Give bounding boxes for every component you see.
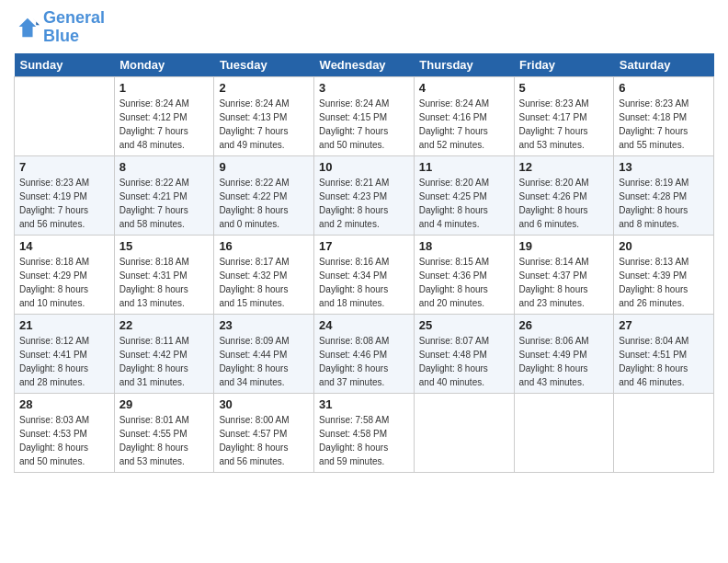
weekday-header-thursday: Thursday: [414, 53, 514, 77]
day-info: Sunrise: 8:17 AM Sunset: 4:32 PM Dayligh…: [219, 255, 309, 310]
calendar-cell: 3Sunrise: 8:24 AM Sunset: 4:15 PM Daylig…: [314, 76, 415, 155]
calendar-cell: 20Sunrise: 8:13 AM Sunset: 4:39 PM Dayli…: [614, 235, 714, 314]
calendar-cell: 21Sunrise: 8:12 AM Sunset: 4:41 PM Dayli…: [15, 314, 115, 393]
calendar-cell: [514, 393, 614, 472]
calendar-cell: 24Sunrise: 8:08 AM Sunset: 4:46 PM Dayli…: [314, 314, 415, 393]
day-number: 25: [419, 318, 509, 332]
weekday-header-friday: Friday: [514, 53, 614, 77]
day-info: Sunrise: 8:22 AM Sunset: 4:21 PM Dayligh…: [119, 176, 210, 231]
day-number: 10: [319, 160, 409, 174]
day-number: 20: [619, 239, 709, 253]
calendar-cell: 12Sunrise: 8:20 AM Sunset: 4:26 PM Dayli…: [514, 155, 614, 235]
weekday-header-tuesday: Tuesday: [214, 53, 314, 77]
logo-text: General Blue: [43, 9, 105, 46]
day-info: Sunrise: 8:14 AM Sunset: 4:37 PM Dayligh…: [519, 255, 609, 310]
calendar-cell: 14Sunrise: 8:18 AM Sunset: 4:29 PM Dayli…: [15, 235, 115, 314]
calendar-week-row: 7Sunrise: 8:23 AM Sunset: 4:19 PM Daylig…: [15, 155, 714, 235]
weekday-header-row: SundayMondayTuesdayWednesdayThursdayFrid…: [15, 53, 714, 77]
day-info: Sunrise: 8:09 AM Sunset: 4:44 PM Dayligh…: [219, 334, 309, 389]
weekday-header-wednesday: Wednesday: [314, 53, 415, 77]
day-info: Sunrise: 8:03 AM Sunset: 4:53 PM Dayligh…: [19, 413, 109, 468]
calendar-cell: 9Sunrise: 8:22 AM Sunset: 4:22 PM Daylig…: [214, 155, 314, 235]
day-number: 7: [19, 160, 109, 174]
day-info: Sunrise: 8:20 AM Sunset: 4:26 PM Dayligh…: [519, 176, 609, 231]
day-info: Sunrise: 8:23 AM Sunset: 4:18 PM Dayligh…: [619, 97, 709, 152]
calendar-week-row: 28Sunrise: 8:03 AM Sunset: 4:53 PM Dayli…: [15, 393, 714, 472]
day-info: Sunrise: 8:18 AM Sunset: 4:29 PM Dayligh…: [19, 255, 109, 310]
calendar-cell: 28Sunrise: 8:03 AM Sunset: 4:53 PM Dayli…: [15, 393, 115, 472]
day-info: Sunrise: 8:20 AM Sunset: 4:25 PM Dayligh…: [419, 176, 509, 231]
calendar-week-row: 1Sunrise: 8:24 AM Sunset: 4:12 PM Daylig…: [15, 76, 714, 155]
calendar-cell: 13Sunrise: 8:19 AM Sunset: 4:28 PM Dayli…: [614, 155, 714, 235]
logo-icon: [14, 15, 40, 40]
calendar-cell: 10Sunrise: 8:21 AM Sunset: 4:23 PM Dayli…: [314, 155, 415, 235]
page-container: General Blue SundayMondayTuesdayWednesda…: [0, 0, 728, 482]
day-number: 27: [619, 318, 709, 332]
day-info: Sunrise: 8:08 AM Sunset: 4:46 PM Dayligh…: [319, 334, 409, 389]
calendar-cell: 26Sunrise: 8:06 AM Sunset: 4:49 PM Dayli…: [514, 314, 614, 393]
day-info: Sunrise: 8:01 AM Sunset: 4:55 PM Dayligh…: [119, 413, 210, 468]
calendar-cell: 15Sunrise: 8:18 AM Sunset: 4:31 PM Dayli…: [114, 235, 214, 314]
day-info: Sunrise: 8:24 AM Sunset: 4:13 PM Dayligh…: [219, 97, 309, 152]
day-info: Sunrise: 8:22 AM Sunset: 4:22 PM Dayligh…: [219, 176, 309, 231]
day-info: Sunrise: 8:24 AM Sunset: 4:16 PM Dayligh…: [419, 97, 509, 152]
calendar-cell: 6Sunrise: 8:23 AM Sunset: 4:18 PM Daylig…: [614, 76, 714, 155]
day-number: 30: [219, 397, 309, 411]
calendar-cell: 17Sunrise: 8:16 AM Sunset: 4:34 PM Dayli…: [314, 235, 415, 314]
day-number: 31: [319, 397, 409, 411]
day-number: 5: [519, 81, 609, 95]
calendar-cell: 7Sunrise: 8:23 AM Sunset: 4:19 PM Daylig…: [15, 155, 115, 235]
day-number: 17: [319, 239, 409, 253]
day-number: 23: [219, 318, 309, 332]
day-number: 11: [419, 160, 509, 174]
calendar-cell: 2Sunrise: 8:24 AM Sunset: 4:13 PM Daylig…: [214, 76, 314, 155]
day-number: 8: [119, 160, 210, 174]
day-info: Sunrise: 8:19 AM Sunset: 4:28 PM Dayligh…: [619, 176, 709, 231]
day-number: 29: [119, 397, 210, 411]
day-number: 2: [219, 81, 309, 95]
day-number: 9: [219, 160, 309, 174]
calendar-cell: 4Sunrise: 8:24 AM Sunset: 4:16 PM Daylig…: [414, 76, 514, 155]
calendar-cell: 18Sunrise: 8:15 AM Sunset: 4:36 PM Dayli…: [414, 235, 514, 314]
calendar-cell: 29Sunrise: 8:01 AM Sunset: 4:55 PM Dayli…: [114, 393, 214, 472]
day-number: 21: [19, 318, 109, 332]
calendar-cell: 19Sunrise: 8:14 AM Sunset: 4:37 PM Dayli…: [514, 235, 614, 314]
day-number: 28: [19, 397, 109, 411]
calendar-week-row: 14Sunrise: 8:18 AM Sunset: 4:29 PM Dayli…: [15, 235, 714, 314]
day-number: 6: [619, 81, 709, 95]
day-info: Sunrise: 8:06 AM Sunset: 4:49 PM Dayligh…: [519, 334, 609, 389]
day-info: Sunrise: 8:18 AM Sunset: 4:31 PM Dayligh…: [119, 255, 210, 310]
svg-marker-0: [19, 18, 37, 38]
day-info: Sunrise: 8:04 AM Sunset: 4:51 PM Dayligh…: [619, 334, 709, 389]
day-info: Sunrise: 8:23 AM Sunset: 4:19 PM Dayligh…: [19, 176, 109, 231]
day-info: Sunrise: 8:24 AM Sunset: 4:12 PM Dayligh…: [119, 97, 210, 152]
calendar-cell: 16Sunrise: 8:17 AM Sunset: 4:32 PM Dayli…: [214, 235, 314, 314]
calendar-cell: 30Sunrise: 8:00 AM Sunset: 4:57 PM Dayli…: [214, 393, 314, 472]
calendar-cell: 1Sunrise: 8:24 AM Sunset: 4:12 PM Daylig…: [114, 76, 214, 155]
calendar-cell: 11Sunrise: 8:20 AM Sunset: 4:25 PM Dayli…: [414, 155, 514, 235]
day-number: 19: [519, 239, 609, 253]
day-info: Sunrise: 8:12 AM Sunset: 4:41 PM Dayligh…: [19, 334, 109, 389]
day-info: Sunrise: 8:24 AM Sunset: 4:15 PM Dayligh…: [319, 97, 409, 152]
day-info: Sunrise: 8:15 AM Sunset: 4:36 PM Dayligh…: [419, 255, 509, 310]
weekday-header-saturday: Saturday: [614, 53, 714, 77]
calendar-table: SundayMondayTuesdayWednesdayThursdayFrid…: [14, 53, 714, 473]
day-info: Sunrise: 8:00 AM Sunset: 4:57 PM Dayligh…: [219, 413, 309, 468]
day-number: 13: [619, 160, 709, 174]
day-number: 24: [319, 318, 409, 332]
day-info: Sunrise: 7:58 AM Sunset: 4:58 PM Dayligh…: [319, 413, 409, 468]
day-number: 16: [219, 239, 309, 253]
calendar-cell: 27Sunrise: 8:04 AM Sunset: 4:51 PM Dayli…: [614, 314, 714, 393]
day-number: 22: [119, 318, 210, 332]
day-info: Sunrise: 8:07 AM Sunset: 4:48 PM Dayligh…: [419, 334, 509, 389]
calendar-cell: 23Sunrise: 8:09 AM Sunset: 4:44 PM Dayli…: [214, 314, 314, 393]
calendar-cell: [414, 393, 514, 472]
logo: General Blue: [14, 9, 105, 46]
weekday-header-monday: Monday: [114, 53, 214, 77]
day-number: 26: [519, 318, 609, 332]
day-info: Sunrise: 8:16 AM Sunset: 4:34 PM Dayligh…: [319, 255, 409, 310]
calendar-cell: 25Sunrise: 8:07 AM Sunset: 4:48 PM Dayli…: [414, 314, 514, 393]
calendar-cell: [614, 393, 714, 472]
day-number: 4: [419, 81, 509, 95]
calendar-cell: 31Sunrise: 7:58 AM Sunset: 4:58 PM Dayli…: [314, 393, 415, 472]
